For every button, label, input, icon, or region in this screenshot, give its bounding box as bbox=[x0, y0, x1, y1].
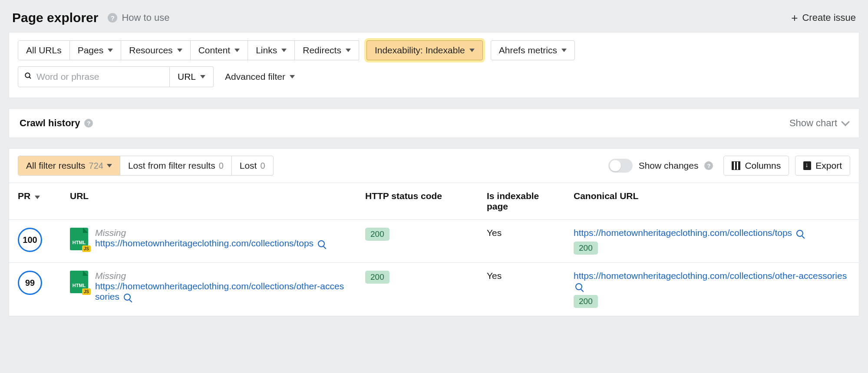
segment-label: Lost bbox=[240, 160, 257, 171]
canonical-url-link[interactable]: https://hometownheritageclothing.com/col… bbox=[574, 228, 792, 238]
col-header-canonical[interactable]: Canonical URL bbox=[565, 183, 859, 220]
crawl-history-panel: Crawl history ? Show chart bbox=[9, 108, 859, 138]
result-segments: All filter results724Lost from filter re… bbox=[18, 156, 274, 176]
filter-tab-label: Indexability: Indexable bbox=[375, 45, 465, 56]
caret-down-icon bbox=[290, 75, 295, 79]
inspect-icon[interactable] bbox=[318, 240, 325, 247]
caret-down-icon bbox=[281, 49, 287, 52]
show-chart-toggle[interactable]: Show chart bbox=[789, 118, 848, 129]
caret-down-icon bbox=[469, 49, 475, 52]
segment-count: 0 bbox=[260, 161, 265, 171]
caret-down-icon bbox=[346, 49, 351, 52]
caret-down-icon bbox=[234, 49, 240, 52]
segment-all-filter-results[interactable]: All filter results724 bbox=[18, 156, 120, 175]
page-url-link[interactable]: https://hometownheritageclothing.com/col… bbox=[95, 238, 314, 248]
html-file-icon: HTMLJS bbox=[70, 228, 88, 250]
inspect-icon[interactable] bbox=[124, 294, 131, 301]
how-to-use-link[interactable]: How to use bbox=[122, 12, 169, 23]
page-title-status: Missing bbox=[95, 271, 348, 281]
columns-icon bbox=[732, 161, 740, 170]
filter-tab-links[interactable]: Links bbox=[248, 40, 295, 60]
http-status-badge: 200 bbox=[365, 228, 389, 241]
help-icon[interactable]: ? bbox=[108, 13, 117, 23]
search-box[interactable] bbox=[18, 66, 170, 87]
table-header-row: PR URL HTTP status code Is indexable pag… bbox=[9, 183, 859, 220]
results-toolbar: All filter results724Lost from filter re… bbox=[9, 149, 859, 183]
pr-badge: 99 bbox=[18, 271, 42, 295]
filter-tab-label: Content bbox=[198, 45, 231, 56]
filter-tab-label: Pages bbox=[78, 45, 104, 56]
caret-down-icon bbox=[200, 75, 205, 79]
svg-point-0 bbox=[25, 73, 30, 78]
col-header-http[interactable]: HTTP status code bbox=[356, 183, 478, 220]
segment-label: Lost from filter results bbox=[128, 160, 215, 171]
search-scope-label: URL bbox=[178, 72, 196, 82]
caret-down-icon bbox=[108, 49, 113, 52]
filter-tab-indexability-indexable[interactable]: Indexability: Indexable bbox=[366, 40, 483, 60]
show-changes-label: Show changes bbox=[639, 160, 699, 171]
filter-tab-resources[interactable]: Resources bbox=[121, 40, 190, 60]
caret-down-icon bbox=[561, 49, 567, 52]
inspect-icon[interactable] bbox=[796, 230, 803, 237]
show-chart-label: Show chart bbox=[789, 118, 837, 129]
filters-panel: All URLsPagesResourcesContentLinksRedire… bbox=[9, 32, 859, 98]
segment-count: 0 bbox=[219, 161, 224, 171]
export-button[interactable]: Export bbox=[795, 156, 850, 176]
create-issue-label: Create issue bbox=[802, 12, 856, 23]
caret-down-icon bbox=[177, 49, 182, 52]
page-title-status: Missing bbox=[95, 228, 325, 238]
results-table: PR URL HTTP status code Is indexable pag… bbox=[9, 183, 859, 316]
filter-tab-label: Redirects bbox=[303, 45, 341, 56]
advanced-filter-button[interactable]: Advanced filter bbox=[221, 72, 298, 82]
search-input[interactable] bbox=[36, 72, 163, 82]
help-icon[interactable]: ? bbox=[84, 119, 93, 128]
col-header-indexable[interactable]: Is indexable page bbox=[478, 183, 565, 220]
search-scope-selector[interactable]: URL bbox=[170, 66, 214, 87]
segment-count: 724 bbox=[89, 161, 103, 171]
advanced-filter-label: Advanced filter bbox=[225, 72, 285, 82]
export-label: Export bbox=[815, 160, 842, 171]
filter-tab-all-urls[interactable]: All URLs bbox=[18, 40, 70, 60]
html-file-icon: HTMLJS bbox=[70, 271, 88, 293]
inspect-icon[interactable] bbox=[575, 283, 582, 290]
page-title: Page explorer bbox=[12, 10, 98, 25]
filter-tab-redirects[interactable]: Redirects bbox=[294, 40, 359, 60]
filter-tab-label: Links bbox=[256, 45, 277, 56]
columns-label: Columns bbox=[745, 160, 781, 171]
page-url-link[interactable]: https://hometownheritageclothing.com/col… bbox=[95, 281, 344, 301]
segment-label: All filter results bbox=[26, 160, 86, 171]
filter-tab-label: Ahrefs metrics bbox=[499, 45, 557, 56]
is-indexable-value: Yes bbox=[478, 263, 565, 316]
col-header-pr-label: PR bbox=[18, 191, 30, 201]
canonical-http-status-badge: 200 bbox=[574, 295, 598, 308]
col-header-url[interactable]: URL bbox=[61, 183, 356, 220]
filter-tabs: All URLsPagesResourcesContentLinksRedire… bbox=[18, 40, 850, 60]
col-header-pr[interactable]: PR bbox=[9, 183, 61, 220]
http-status-badge: 200 bbox=[365, 271, 389, 284]
results-panel: All filter results724Lost from filter re… bbox=[9, 148, 859, 317]
help-icon[interactable]: ? bbox=[704, 161, 713, 170]
create-issue-button[interactable]: + Create issue bbox=[791, 12, 856, 23]
filter-tab-content[interactable]: Content bbox=[190, 40, 248, 60]
filter-tab-label: All URLs bbox=[26, 45, 62, 56]
filter-tab-label: Resources bbox=[129, 45, 172, 56]
columns-button[interactable]: Columns bbox=[723, 156, 789, 176]
search-icon bbox=[24, 72, 32, 82]
segment-lost-from-filter-results[interactable]: Lost from filter results0 bbox=[120, 156, 232, 175]
svg-line-1 bbox=[29, 77, 31, 79]
chevron-down-icon bbox=[841, 118, 850, 126]
show-changes-toggle[interactable] bbox=[608, 159, 633, 173]
filter-tab-ahrefs-metrics[interactable]: Ahrefs metrics bbox=[491, 40, 575, 60]
is-indexable-value: Yes bbox=[478, 220, 565, 263]
export-icon bbox=[803, 161, 811, 170]
table-row: 99HTMLJSMissinghttps://hometownheritagec… bbox=[9, 263, 859, 316]
page-header: Page explorer ? How to use + Create issu… bbox=[0, 0, 868, 32]
caret-down-icon bbox=[107, 164, 112, 167]
canonical-http-status-badge: 200 bbox=[574, 242, 598, 255]
canonical-url-link[interactable]: https://hometownheritageclothing.com/col… bbox=[574, 271, 847, 281]
pr-badge: 100 bbox=[18, 228, 42, 252]
plus-icon: + bbox=[791, 12, 798, 23]
crawl-history-title: Crawl history bbox=[20, 118, 80, 129]
filter-tab-pages[interactable]: Pages bbox=[69, 40, 122, 60]
segment-lost[interactable]: Lost0 bbox=[232, 156, 273, 175]
